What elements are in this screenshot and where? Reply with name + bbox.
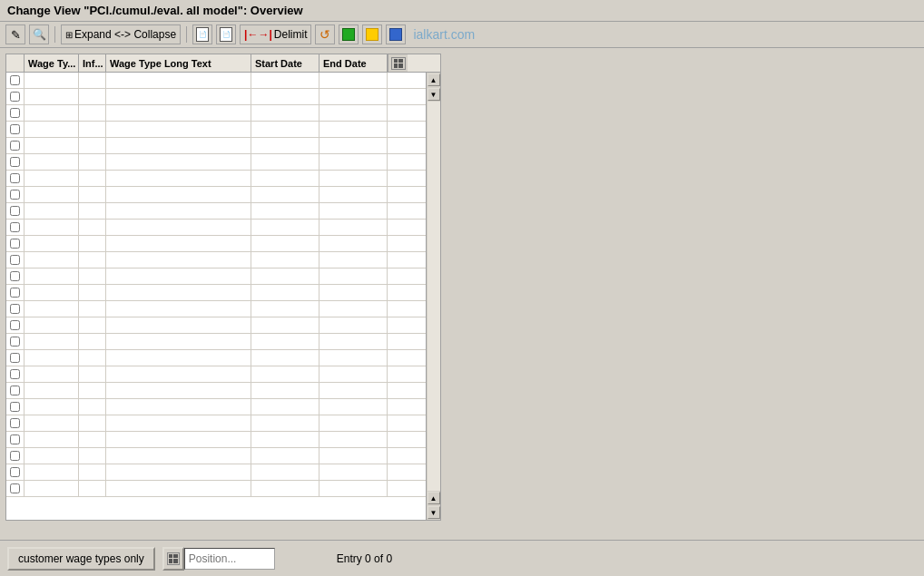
table-row[interactable] (6, 415, 426, 432)
cell-long-text (106, 236, 251, 251)
table-row[interactable] (6, 448, 426, 464)
table-row[interactable] (6, 220, 426, 236)
table-row[interactable] (6, 89, 426, 105)
row-checkbox[interactable] (6, 432, 25, 447)
row-checkbox[interactable] (6, 481, 25, 496)
row-checkbox[interactable] (6, 187, 25, 202)
table-row[interactable] (6, 432, 426, 448)
table-row[interactable] (6, 350, 426, 366)
row-checkbox[interactable] (6, 122, 25, 137)
table-row[interactable] (6, 334, 426, 350)
table-row[interactable] (6, 301, 426, 317)
customer-wage-types-button[interactable]: customer wage types only (7, 547, 155, 571)
cell-long-text (106, 350, 251, 366)
scroll-up-arrow[interactable]: ▲ (428, 73, 440, 86)
cell-wage-type (25, 203, 79, 219)
row-checkbox[interactable] (6, 268, 25, 284)
cell-long-text (106, 203, 251, 219)
cell-end-date (319, 252, 388, 268)
position-input[interactable] (184, 548, 275, 570)
row-checkbox[interactable] (6, 350, 25, 366)
copy-page-icon[interactable]: 📄 (192, 24, 212, 44)
cell-inf (79, 366, 106, 382)
cell-start-date (251, 317, 319, 333)
cell-end-date (319, 187, 388, 202)
cell-start-date (251, 481, 319, 496)
row-checkbox[interactable] (6, 154, 25, 170)
table-row[interactable] (6, 481, 426, 497)
table-row[interactable] (6, 399, 426, 415)
row-checkbox[interactable] (6, 317, 25, 333)
title-bar: Change View "PCl./cumul./eval. all model… (0, 0, 924, 22)
table-row[interactable] (6, 171, 426, 187)
vertical-scrollbar[interactable]: ▲ ▼ ▲ ▼ (426, 73, 440, 520)
right-empty-area (447, 54, 919, 521)
cell-wage-type (25, 301, 79, 317)
table-row[interactable] (6, 236, 426, 252)
row-checkbox[interactable] (6, 138, 25, 153)
cell-inf (79, 122, 106, 137)
row-checkbox[interactable] (6, 252, 25, 268)
row-checkbox[interactable] (6, 73, 25, 88)
cell-start-date (251, 122, 319, 137)
cell-wage-type (25, 464, 79, 480)
cell-inf (79, 464, 106, 480)
edit-icon[interactable]: ✎ (5, 24, 25, 44)
blue-icon[interactable] (386, 24, 406, 44)
yellow-icon[interactable] (362, 24, 382, 44)
scroll-bottom-up[interactable]: ▲ (428, 492, 440, 504)
table-row[interactable] (6, 285, 426, 301)
table-row[interactable] (6, 268, 426, 285)
table-row[interactable] (6, 317, 426, 334)
row-checkbox[interactable] (6, 448, 25, 464)
table-row[interactable] (6, 252, 426, 268)
cell-long-text (106, 220, 251, 235)
table-settings-icon[interactable] (388, 54, 408, 72)
row-checkbox[interactable] (6, 415, 25, 431)
refresh-icon[interactable]: ↺ (315, 24, 335, 44)
cell-long-text (106, 481, 251, 496)
position-icon-button[interactable] (162, 547, 184, 571)
search-icon[interactable]: 🔍 (29, 24, 49, 44)
row-checkbox[interactable] (6, 301, 25, 317)
cell-inf (79, 252, 106, 268)
table-row[interactable] (6, 383, 426, 399)
table-row[interactable] (6, 203, 426, 220)
row-checkbox[interactable] (6, 464, 25, 480)
row-checkbox[interactable] (6, 89, 25, 104)
cell-long-text (106, 268, 251, 284)
expand-collapse-button[interactable]: ⊞ Expand <-> Collapse (61, 24, 181, 44)
scroll-down-arrow[interactable]: ▼ (428, 88, 440, 101)
row-checkbox[interactable] (6, 383, 25, 398)
table-row[interactable] (6, 154, 426, 171)
table-row[interactable] (6, 138, 426, 154)
table-row[interactable] (6, 187, 426, 203)
row-checkbox[interactable] (6, 366, 25, 382)
position-area (162, 547, 275, 571)
cell-long-text (106, 138, 251, 153)
green-icon[interactable] (339, 24, 359, 44)
row-checkbox[interactable] (6, 236, 25, 251)
save-page-icon[interactable]: 📄 (216, 24, 236, 44)
scroll-bottom-down[interactable]: ▼ (428, 506, 440, 519)
cell-inf (79, 138, 106, 153)
delimit-button[interactable]: |←→| Delimit (240, 24, 311, 44)
table-row[interactable] (6, 366, 426, 383)
cell-long-text (106, 122, 251, 137)
table-row[interactable] (6, 122, 426, 138)
row-checkbox[interactable] (6, 203, 25, 219)
row-checkbox[interactable] (6, 220, 25, 235)
cell-long-text (106, 366, 251, 382)
table-row[interactable] (6, 464, 426, 481)
cell-start-date (251, 203, 319, 219)
row-checkbox[interactable] (6, 105, 25, 121)
table-row[interactable] (6, 105, 426, 122)
cell-start-date (251, 432, 319, 447)
row-checkbox[interactable] (6, 285, 25, 300)
row-checkbox[interactable] (6, 334, 25, 349)
row-checkbox[interactable] (6, 399, 25, 415)
scroll-track[interactable] (428, 102, 440, 491)
checkbox-header (6, 54, 25, 72)
table-row[interactable] (6, 73, 426, 89)
row-checkbox[interactable] (6, 171, 25, 186)
